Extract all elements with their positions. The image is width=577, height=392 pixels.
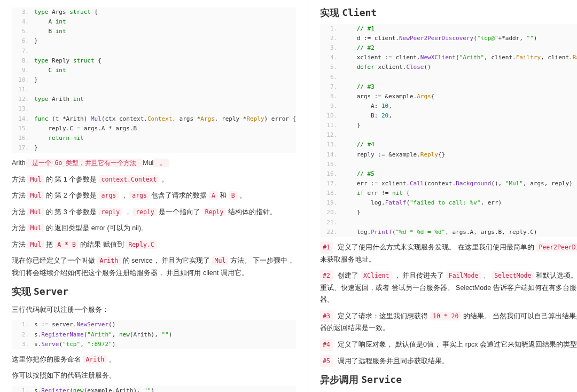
para-7: 现在你已经定义了一个叫做 Arith 的 service， 并且为它实现了 Mu… [12,255,296,279]
right-column: 实现 Client 1. // #12. d := client.NewPeer… [308,0,577,392]
anno-1-tag: #1 [320,241,333,254]
para-8: 三行代码就可以注册一个服务： [12,304,296,316]
anno-5: #5 调用了远程服务并且同步获取结果。 [320,355,577,367]
anno-4-text: 定义了响应对象， 默认值是0值， 事实上 rpcx 会通过它来知晓返回结果的类型… [336,341,577,348]
heading-client-mono: Client [342,7,377,18]
anno-3-tag: #3 [320,310,333,323]
para-6: 方法 Mul 把 A * B 的结果 赋值到 Reply.C [12,239,296,251]
heading-async-mono: Service [361,374,402,385]
anno-1-text: 定义了使用什么方式来实现服务发现。 在这里我们使用最简单的 Peer2PeerD… [320,243,577,263]
heading-async: 异步调用 Service [320,372,577,388]
page: 3.type Args struct {4. A int5. B int6.}7… [0,0,577,392]
anno-4: #4 定义了响应对象， 默认值是0值， 事实上 rpcx 会通过它来知晓返回结果… [320,339,577,351]
para-10: 你可以按照如下的代码注册服务。 [12,370,296,382]
code-block-server: 1.s := server.NewServer()2.s.RegisterNam… [12,320,296,349]
para-9: 这里你把你的服务命名 Arith 。 [12,354,296,366]
anno-4-tag: #4 [320,339,333,351]
anno-2: #2 创建了 XClient ， 并且传进去了 FailMode 、 Selec… [320,270,577,306]
anno-2-tag: #2 [320,270,333,282]
heading-client: 实现 Client [320,5,577,21]
code-block-register: 1.s.Register(new(example.Arith), "") [12,386,296,392]
para-2: 方法 Mul 的 第 1 个参数是 context.Context 。 [12,174,296,186]
heading-async-text: 异步调用 [320,374,361,385]
anno-2-text: 创建了 XClient ， 并且传进去了 FailMode 、 SelectMo… [320,271,577,303]
heading-client-text: 实现 [320,7,342,18]
para-5: 方法 Mul 的 返回类型是 error (可以为 nil)。 [12,222,296,234]
anno-5-tag: #5 [320,355,333,367]
para-4: 方法 Mul 的 第 3 个参数是 reply ， reply 是一个指向了 R… [12,206,296,218]
code-block-args-reply: 3.type Args struct {4. A int5. B int6.}7… [12,7,296,153]
para-3: 方法 Mul 的 第 2 个参数是 args ， args 包含了请求的数据 A… [12,190,296,202]
anno-1: #1 定义了使用什么方式来实现服务发现。 在这里我们使用最简单的 Peer2Pe… [320,241,577,265]
anno-3-text: 定义了请求：这里我们想获得 10 * 20 的结果。 当然我们可以自己算出结果是… [320,312,577,332]
left-column: 3.type Args struct {4. A int5. B int6.}7… [0,0,308,392]
para-1: Arith 是一个 Go 类型，并且它有一个方法 Mul 。 [12,157,296,169]
anno-5-text: 调用了远程服务并且同步获取结果。 [336,357,449,365]
heading-server-text: 实现 [12,286,34,297]
anno-3: #3 定义了请求：这里我们想获得 10 * 20 的结果。 当然我们可以自己算出… [320,310,577,334]
heading-server-mono: Server [34,286,68,297]
code-block-client: 1. // #12. d := client.NewPeer2PeerDisco… [320,24,577,237]
heading-server: 实现 Server [12,284,296,300]
